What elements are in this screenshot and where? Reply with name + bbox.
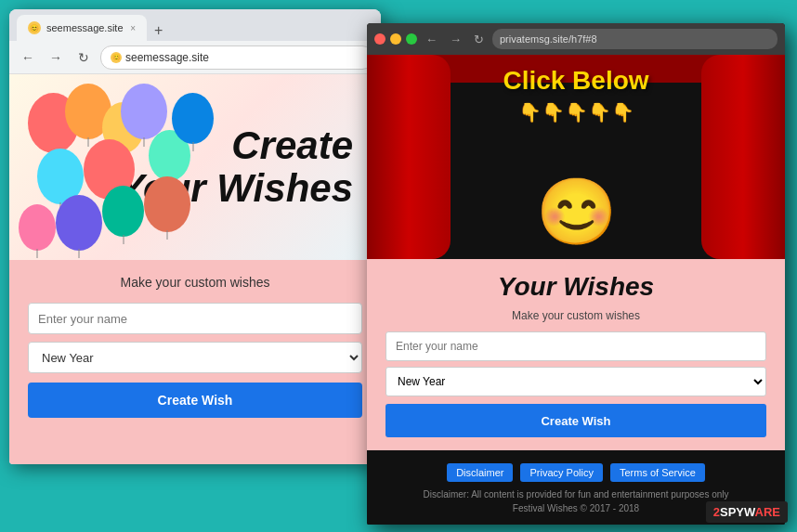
balloon-purple: [121, 84, 167, 139]
address-bar[interactable]: 😊 seemessage.site: [100, 45, 373, 70]
back-browser-window: ← → ↻ privatemsg.site/h7f#8 Click Below …: [367, 23, 785, 525]
your-wishes-title: Your Wishes: [385, 272, 766, 302]
tab-bar: 😊 seemessage.site × +: [9, 9, 381, 41]
smiley-character: 😊: [536, 174, 617, 250]
spyware-two: 2: [713, 505, 720, 519]
site-content-front: Create Your Wishes Make your custom wish…: [9, 74, 381, 464]
title-line1: Create: [231, 123, 353, 167]
back-address-text: privatemsg.site/h7f#8: [500, 33, 597, 45]
back-nav-button[interactable]: ←: [17, 46, 39, 69]
address-text: seemessage.site: [125, 51, 209, 64]
disclaimer-link[interactable]: Disclaimer: [447, 463, 513, 482]
chrome-toolbar: ← → ↻ 😊 seemessage.site: [9, 41, 381, 74]
back-address-bar[interactable]: privatemsg.site/h7f#8: [492, 29, 777, 49]
tab-close-icon[interactable]: ×: [130, 23, 136, 33]
click-below-heading: Click Below: [503, 66, 648, 96]
name-input-back[interactable]: [385, 331, 766, 361]
site-form-area: Make your custom wishes New Year Birthda…: [9, 260, 381, 433]
tab-label: seemessage.site: [46, 22, 124, 33]
create-wish-button-back[interactable]: Create Wish: [385, 404, 766, 437]
balloon-blue: [172, 93, 214, 144]
back-nav-back[interactable]: ←: [422, 31, 441, 48]
curtain-left: [367, 55, 451, 259]
spyware-ware: ARE: [755, 505, 780, 519]
front-subtitle: Make your custom wishes: [28, 275, 362, 290]
site-favicon: 😊: [111, 52, 122, 63]
footer-disclaimer-text: Disclaimer: All content is provided for …: [385, 489, 766, 500]
privacy-link[interactable]: Privacy Policy: [520, 463, 602, 482]
terms-link[interactable]: Terms of Service: [610, 463, 705, 482]
refresh-button[interactable]: ↻: [72, 46, 95, 69]
window-maximize-button[interactable]: [406, 33, 417, 45]
front-browser-window: 😊 seemessage.site × + ← → ↻ 😊 seemessage…: [9, 9, 381, 464]
back-subtitle: Make your custom wishes: [385, 309, 766, 322]
wish-type-select-back[interactable]: New Year Birthday Christmas Anniversary: [385, 367, 766, 396]
name-input-front[interactable]: [28, 303, 362, 334]
new-tab-button[interactable]: +: [149, 22, 168, 39]
back-nav-forward[interactable]: →: [446, 31, 465, 48]
window-minimize-button[interactable]: [390, 33, 401, 45]
footer-links: Disclaimer Privacy Policy Terms of Servi…: [385, 463, 766, 482]
wish-type-select-front[interactable]: New Year Birthday Christmas Anniversary: [28, 342, 362, 373]
back-chrome-toolbar: ← → ↻ privatemsg.site/h7f#8: [367, 23, 785, 55]
active-tab[interactable]: 😊 seemessage.site ×: [17, 15, 147, 41]
balloon-coral: [144, 176, 190, 232]
create-wish-button-front[interactable]: Create Wish: [28, 383, 362, 418]
curtain-right: [701, 55, 785, 259]
balloon-pink: [19, 204, 56, 251]
balloon-header: Create Your Wishes: [9, 74, 381, 260]
forward-nav-button[interactable]: →: [45, 46, 67, 69]
balloon-area: [9, 74, 195, 260]
back-site-content: Your Wishes Make your custom wishes New …: [367, 259, 785, 450]
back-nav-refresh[interactable]: ↻: [470, 31, 488, 48]
tab-favicon: 😊: [28, 21, 41, 34]
spyware-watermark: 2SPYWARE: [706, 501, 788, 523]
theatre-section: Click Below 👇👇👇👇👇 😊: [367, 55, 785, 259]
window-close-button[interactable]: [374, 33, 385, 45]
spyware-spy: SPYW: [720, 505, 755, 519]
hand-pointer-icons: 👇👇👇👇👇: [518, 101, 634, 123]
balloon-teal: [102, 186, 144, 237]
balloon-violet: [56, 195, 102, 251]
